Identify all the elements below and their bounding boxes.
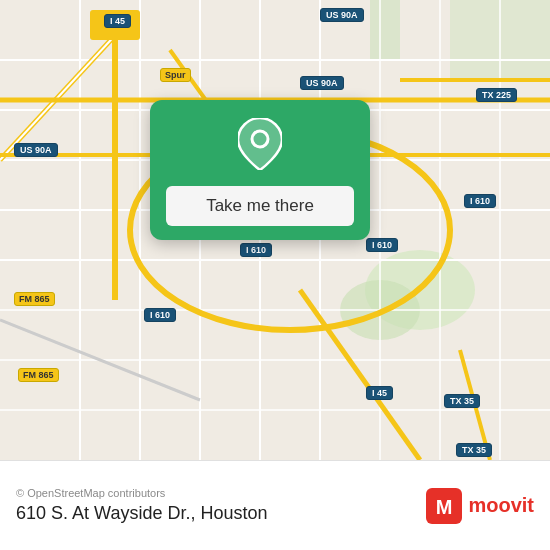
road-label-us90a-mid: US 90A (300, 76, 344, 90)
moovit-logo: M moovit (426, 488, 534, 524)
moovit-label: moovit (468, 494, 534, 517)
road-label-i610-right: I 610 (464, 194, 496, 208)
road-label-us90a-left: US 90A (14, 143, 58, 157)
svg-text:M: M (436, 496, 453, 518)
road-label-us90a-topright: US 90A (320, 8, 364, 22)
location-pin (238, 118, 282, 174)
road-label-i45-bot: I 45 (366, 386, 393, 400)
bottom-left-section: © OpenStreetMap contributors 610 S. At W… (16, 487, 267, 524)
address-text: 610 S. At Wayside Dr., Houston (16, 503, 267, 524)
road-label-fm865-bot: FM 865 (18, 368, 59, 382)
road-label-i610-mid2: I 610 (366, 238, 398, 252)
popup-card: Take me there (150, 100, 370, 240)
take-me-there-button[interactable]: Take me there (166, 186, 354, 226)
road-label-i610-left: I 610 (144, 308, 176, 322)
road-label-tx35-mid: TX 35 (444, 394, 480, 408)
copyright-text: © OpenStreetMap contributors (16, 487, 267, 499)
svg-rect-3 (370, 0, 400, 60)
road-label-i45-top: I 45 (104, 14, 131, 28)
bottom-bar: © OpenStreetMap contributors 610 S. At W… (0, 460, 550, 550)
moovit-icon: M (426, 488, 462, 524)
road-label-fm865-top: FM 865 (14, 292, 55, 306)
road-label-i610-mid1: I 610 (240, 243, 272, 257)
road-label-tx225: TX 225 (476, 88, 517, 102)
map-container: I 45 US 90A US 90A US 90A Spur TX 225 I … (0, 0, 550, 550)
road-label-tx35-bot: TX 35 (456, 443, 492, 457)
road-label-spur: Spur (160, 68, 191, 82)
